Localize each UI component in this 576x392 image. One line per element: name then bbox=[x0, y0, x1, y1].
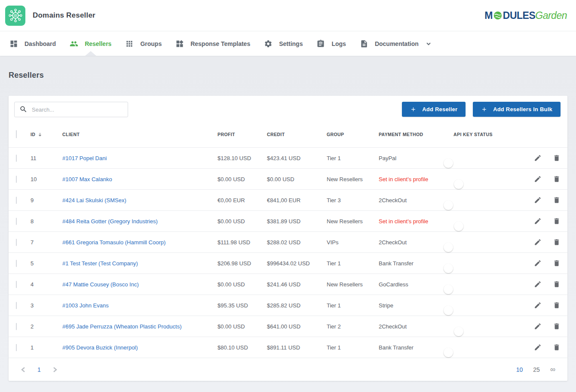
cell-id: 3 bbox=[31, 302, 62, 309]
delete-trash-icon[interactable] bbox=[553, 238, 561, 246]
chevron-down-icon bbox=[426, 41, 431, 46]
client-link[interactable]: #424 Lai Skulski (SMSex) bbox=[62, 197, 218, 204]
toggle-knob bbox=[444, 201, 453, 210]
delete-trash-icon[interactable] bbox=[553, 154, 561, 162]
clipboard-icon bbox=[316, 40, 325, 48]
row-checkbox[interactable] bbox=[16, 218, 17, 225]
row-checkbox[interactable] bbox=[16, 323, 17, 330]
next-page-icon[interactable] bbox=[52, 367, 58, 373]
edit-pencil-icon[interactable] bbox=[534, 280, 542, 288]
nav-label: Dashboard bbox=[25, 40, 56, 47]
row-checkbox[interactable] bbox=[16, 344, 17, 351]
cell-group: Tier 2 bbox=[327, 323, 379, 330]
row-checkbox[interactable] bbox=[16, 260, 17, 267]
table-body: 11 #1017 Popel Dani $128.10 USD $423.41 … bbox=[9, 147, 567, 358]
page-size-10[interactable]: 10 bbox=[516, 366, 523, 373]
toggle-knob bbox=[444, 348, 453, 357]
page-size-infinity[interactable]: ∞ bbox=[550, 365, 555, 374]
table-row: 9 #424 Lai Skulski (SMSex) €0,00 EUR €84… bbox=[9, 189, 567, 210]
nav-item-settings[interactable]: Settings bbox=[260, 31, 313, 56]
previous-page-icon[interactable] bbox=[21, 367, 26, 373]
cell-credit: $641.00 USD bbox=[267, 323, 327, 330]
client-link[interactable]: #661 Gregoria Tomasulo (Hammill Coorp) bbox=[62, 239, 218, 246]
client-link[interactable]: #1017 Popel Dani bbox=[62, 155, 218, 161]
nav-item-groups[interactable]: Groups bbox=[122, 31, 172, 56]
add-reseller-button[interactable]: Add Reseller bbox=[402, 102, 466, 117]
edit-pencil-icon[interactable] bbox=[534, 322, 542, 330]
widgets-icon bbox=[175, 40, 184, 48]
delete-trash-icon[interactable] bbox=[553, 217, 561, 225]
column-label-credit: CREDIT bbox=[267, 132, 285, 137]
delete-trash-icon[interactable] bbox=[553, 259, 561, 267]
row-checkbox[interactable] bbox=[16, 197, 17, 204]
delete-trash-icon[interactable] bbox=[553, 343, 561, 351]
nav-label: Documentation bbox=[375, 40, 419, 47]
nav-label: Resellers bbox=[85, 40, 111, 47]
cell-credit: $241.46 USD bbox=[267, 281, 327, 288]
table-row: 8 #484 Reita Gotter (Gregory Industries)… bbox=[9, 210, 567, 231]
table-row: 5 #1 Test Tester (Test Company) $206.98 … bbox=[9, 252, 567, 273]
row-actions bbox=[534, 280, 561, 288]
table-row: 10 #1007 Max Calanko $0.00 USD $0.00 USD… bbox=[9, 168, 567, 189]
client-link[interactable]: #905 Devora Buzick (Innerpol) bbox=[62, 344, 218, 351]
add-resellers-in-bulk-button[interactable]: Add Resellers In Bulk bbox=[473, 102, 561, 117]
cell-credit: $381.89 USD bbox=[267, 218, 327, 225]
cell-profit: $0.00 USD bbox=[218, 323, 267, 330]
grid-apps-icon bbox=[125, 40, 134, 48]
row-actions bbox=[534, 154, 561, 162]
nav-item-response-templates[interactable]: Response Templates bbox=[172, 31, 260, 56]
select-all-checkbox[interactable] bbox=[16, 130, 17, 138]
search-input[interactable] bbox=[14, 102, 128, 117]
row-checkbox[interactable] bbox=[16, 302, 17, 309]
column-label-api-key-status: API KEY STATUS bbox=[453, 132, 493, 137]
delete-trash-icon[interactable] bbox=[553, 280, 561, 288]
row-checkbox[interactable] bbox=[16, 239, 17, 246]
row-checkbox[interactable] bbox=[16, 281, 17, 288]
brand-globe-icon bbox=[493, 11, 502, 20]
row-actions bbox=[534, 259, 561, 267]
cell-credit: $288.02 USD bbox=[267, 239, 327, 246]
nav-item-logs[interactable]: Logs bbox=[313, 31, 356, 56]
table-row: 3 #1003 John Evans $95.35 USD $285.82 US… bbox=[9, 295, 567, 316]
row-actions bbox=[534, 343, 561, 351]
client-link[interactable]: #1003 John Evans bbox=[62, 302, 218, 309]
row-checkbox[interactable] bbox=[16, 155, 17, 162]
edit-pencil-icon[interactable] bbox=[534, 301, 542, 309]
client-link[interactable]: #695 Jade Perruzza (Wheaton Plastic Prod… bbox=[62, 323, 218, 330]
toggle-knob bbox=[454, 179, 463, 189]
client-link[interactable]: #1 Test Tester (Test Company) bbox=[62, 260, 218, 267]
page-size-25[interactable]: 25 bbox=[533, 366, 540, 373]
nav-item-documentation[interactable]: Documentation bbox=[356, 31, 441, 56]
nav-item-dashboard[interactable]: Dashboard bbox=[6, 31, 66, 56]
delete-trash-icon[interactable] bbox=[553, 175, 561, 183]
edit-pencil-icon[interactable] bbox=[534, 175, 542, 183]
people-icon bbox=[70, 40, 78, 48]
delete-trash-icon[interactable] bbox=[553, 301, 561, 309]
column-header-credit: CREDIT bbox=[267, 132, 327, 137]
cell-payment-method: GoCardless bbox=[379, 281, 453, 288]
delete-trash-icon[interactable] bbox=[553, 196, 561, 204]
edit-pencil-icon[interactable] bbox=[534, 259, 542, 267]
page-number-current[interactable]: 1 bbox=[37, 366, 41, 373]
cell-credit: $0.00 USD bbox=[267, 176, 327, 182]
add-bulk-label: Add Resellers In Bulk bbox=[493, 106, 552, 112]
edit-pencil-icon[interactable] bbox=[534, 343, 542, 351]
row-actions bbox=[534, 238, 561, 246]
cell-group: New Resellers bbox=[327, 281, 379, 288]
edit-pencil-icon[interactable] bbox=[534, 217, 542, 225]
row-checkbox[interactable] bbox=[16, 176, 17, 183]
table-row: 2 #695 Jade Perruzza (Wheaton Plastic Pr… bbox=[9, 316, 567, 337]
resellers-card: Add Reseller Add Resellers In Bulk ID CL… bbox=[9, 96, 567, 381]
edit-pencil-icon[interactable] bbox=[534, 238, 542, 246]
column-header-id[interactable]: ID bbox=[31, 132, 62, 137]
edit-pencil-icon[interactable] bbox=[534, 154, 542, 162]
column-label-group: GROUP bbox=[327, 132, 344, 137]
sort-descending-icon bbox=[37, 132, 43, 137]
cell-id: 7 bbox=[31, 239, 62, 246]
client-link[interactable]: #47 Mattie Cousey (Bosco Inc) bbox=[62, 281, 218, 288]
client-link[interactable]: #1007 Max Calanko bbox=[62, 176, 218, 182]
edit-pencil-icon[interactable] bbox=[534, 196, 542, 204]
cell-payment-method: Bank Transfer bbox=[379, 260, 453, 267]
client-link[interactable]: #484 Reita Gotter (Gregory Industries) bbox=[62, 218, 218, 225]
delete-trash-icon[interactable] bbox=[553, 322, 561, 330]
